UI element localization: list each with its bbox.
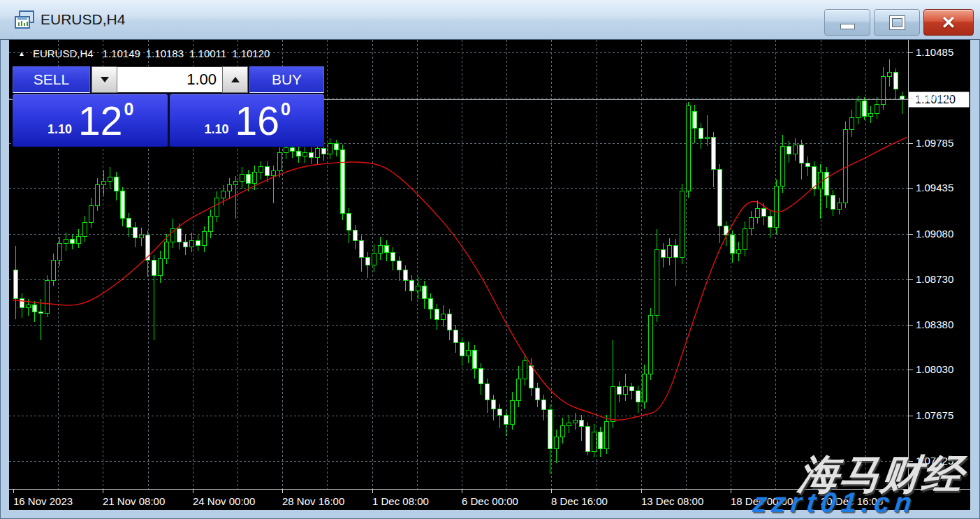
minimize-icon — [840, 24, 855, 29]
sell-price-sup: 0 — [124, 99, 134, 119]
window-title: EURUSD,H4 — [41, 0, 125, 39]
sell-price-small: 1.10 — [47, 122, 72, 137]
lot-increase-button[interactable] — [222, 66, 248, 93]
one-click-trading-panel: SELL BUY 1.10 12 0 1.10 16 0 — [13, 66, 324, 147]
mt4-chart-window: EURUSD,H4 ✕ 1.10120 1.104851.101351.0978… — [0, 0, 980, 519]
minimize-button[interactable] — [824, 9, 870, 36]
lot-decrease-button[interactable] — [92, 66, 117, 93]
close-icon: ✕ — [942, 14, 956, 31]
buy-button[interactable]: BUY — [249, 66, 324, 93]
window-titlebar[interactable]: EURUSD,H4 ✕ — [0, 0, 980, 40]
header-open: 1.10149 — [103, 47, 140, 59]
buy-price-big: 16 — [235, 98, 279, 144]
lot-size-input[interactable] — [117, 66, 222, 93]
header-close: 1.10120 — [232, 47, 270, 59]
chevron-up-icon — [231, 77, 240, 82]
buy-price-small: 1.10 — [205, 122, 229, 137]
restore-icon — [890, 16, 905, 29]
header-high: 1.10183 — [146, 47, 184, 59]
restore-button[interactable] — [874, 9, 920, 36]
sell-button[interactable]: SELL — [13, 66, 90, 93]
watermark-url: zzrt01.cn — [752, 487, 919, 518]
chevron-down-icon — [101, 77, 109, 82]
chart-ohlc-header: ▲ EURUSD,H4 1.10149 1.10183 1.10011 1.10… — [18, 46, 275, 60]
close-button[interactable]: ✕ — [923, 9, 974, 36]
window-controls: ✕ — [824, 9, 974, 36]
collapse-panel-icon[interactable]: ▲ — [18, 50, 25, 57]
sell-price-big: 12 — [78, 98, 122, 144]
header-symbol: EURUSD,H4 — [33, 47, 94, 59]
buy-price-button[interactable]: 1.10 16 0 — [170, 94, 325, 147]
chart-window-icon — [14, 10, 35, 29]
header-low: 1.10011 — [189, 47, 226, 59]
sell-price-button[interactable]: 1.10 12 0 — [13, 94, 168, 147]
buy-price-sup: 0 — [281, 99, 291, 119]
